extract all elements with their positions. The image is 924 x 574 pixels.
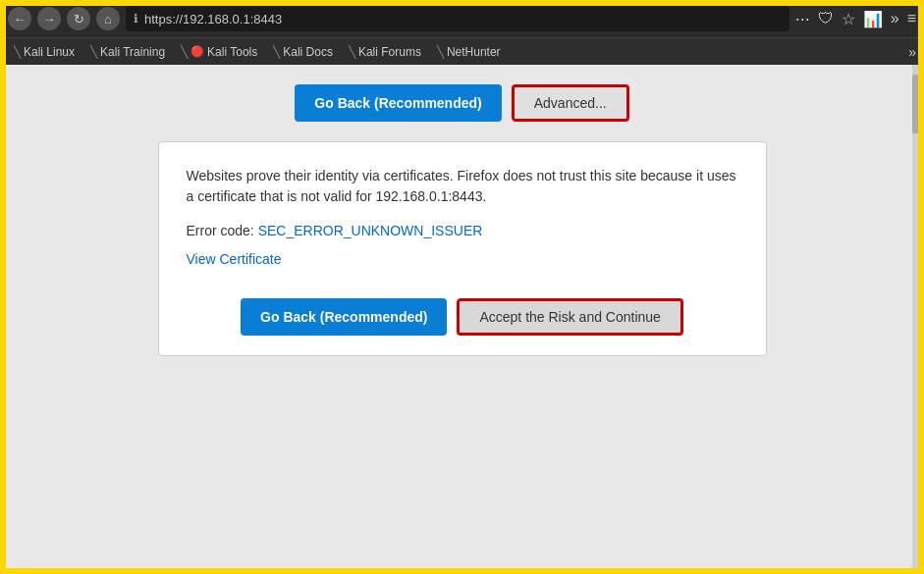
nav-extras: ··· 🛡 ☆ 📊 » ≡ <box>795 9 916 29</box>
forward-button[interactable]: → <box>37 7 61 30</box>
bookmark-separator-2: ╲ <box>181 45 188 59</box>
scrollbar-thumb[interactable] <box>912 75 924 133</box>
bookmark-kali-docs[interactable]: ╲ Kali Docs <box>267 43 339 61</box>
shield-icon: 🛡 <box>818 10 834 27</box>
home-button[interactable]: ⌂ <box>96 7 120 30</box>
scrollbar[interactable] <box>912 65 924 574</box>
info-card: Websites prove their identity via certif… <box>158 141 767 356</box>
advanced-button[interactable]: Advanced... <box>512 84 629 122</box>
bookmarks-more-icon[interactable]: » <box>908 44 916 60</box>
accept-risk-button[interactable]: Accept the Risk and Continue <box>457 298 682 336</box>
bookmark-nethunter[interactable]: ╲ NetHunter <box>431 43 507 61</box>
bookmark-kali-training[interactable]: ╲ Kali Training <box>84 43 171 61</box>
browser-window: ← → ↻ ⌂ ℹ https://192.168.0.1:8443 ··· 🛡… <box>0 0 924 574</box>
go-back-bottom-button[interactable]: Go Back (Recommended) <box>241 298 447 336</box>
menu-dots-icon[interactable]: ··· <box>795 9 810 29</box>
bookmark-kali-linux[interactable]: ╲ Kali Linux <box>8 43 81 61</box>
bookmark-separator-4: ╲ <box>349 45 355 59</box>
bookmark-separator-1: ╲ <box>90 45 97 59</box>
page-content: Go Back (Recommended) Advanced... Websit… <box>0 65 924 574</box>
address-bar[interactable]: ℹ https://192.168.0.1:8443 <box>126 6 789 31</box>
bookmark-separator-5: ╲ <box>437 45 444 59</box>
hamburger-icon[interactable]: ≡ <box>907 10 916 27</box>
kali-tools-icon: 🔴 <box>190 45 204 58</box>
nav-bar: ← → ↻ ⌂ ℹ https://192.168.0.1:8443 ··· 🛡… <box>0 0 924 37</box>
error-code-value: SEC_ERROR_UNKNOWN_ISSUER <box>258 223 483 238</box>
bookmark-separator-3: ╲ <box>273 45 280 59</box>
bookmark-kali-forums[interactable]: ╲ Kali Forums <box>343 43 427 61</box>
bookmarks-bar: ╲ Kali Linux ╲ Kali Training ╲ 🔴 Kali To… <box>0 37 924 65</box>
top-buttons-row: Go Back (Recommended) Advanced... <box>39 84 885 122</box>
error-code-line: Error code: SEC_ERROR_UNKNOWN_ISSUER <box>187 223 738 238</box>
view-certificate-link[interactable]: View Certificate <box>187 251 282 267</box>
bookmark-separator-0: ╲ <box>14 45 21 59</box>
more-icon[interactable]: » <box>891 10 899 27</box>
bookmark-kali-tools[interactable]: ╲ 🔴 Kali Tools <box>175 43 263 61</box>
card-buttons-row: Go Back (Recommended) Accept the Risk an… <box>187 298 738 336</box>
info-description-text: Websites prove their identity via certif… <box>187 166 738 207</box>
address-text: https://192.168.0.1:8443 <box>144 12 282 26</box>
chart-icon: 📊 <box>863 10 883 28</box>
lock-icon: ℹ <box>134 12 138 26</box>
reload-button[interactable]: ↻ <box>67 7 90 30</box>
error-label: Error code: <box>187 223 254 238</box>
go-back-top-button[interactable]: Go Back (Recommended) <box>295 84 501 122</box>
back-button[interactable]: ← <box>8 7 31 30</box>
star-icon[interactable]: ☆ <box>842 10 855 28</box>
